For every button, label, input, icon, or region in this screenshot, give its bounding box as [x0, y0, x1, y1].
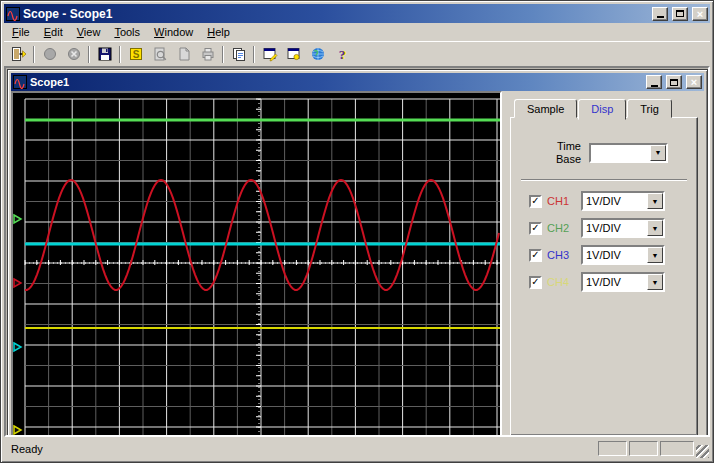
- menu-tools[interactable]: Tools: [107, 24, 147, 40]
- status-pane: [629, 441, 658, 456]
- scope-display[interactable]: [11, 91, 502, 437]
- chevron-down-icon[interactable]: ▼: [647, 220, 663, 236]
- ch4-checkbox[interactable]: ✓: [529, 276, 542, 289]
- properties-button[interactable]: [258, 44, 281, 65]
- minimize-icon: [657, 16, 664, 18]
- channel-label-1: CH1: [547, 195, 575, 207]
- time-base-combobox[interactable]: ▼: [589, 143, 668, 163]
- ch3-scale-combobox[interactable]: 1V/DIV ▼: [581, 245, 665, 265]
- channel-label-4: CH4: [547, 276, 575, 288]
- save-button[interactable]: [93, 44, 116, 65]
- print-preview-button-disabled: [148, 44, 171, 65]
- ch1-scale-combobox[interactable]: 1V/DIV ▼: [581, 191, 665, 211]
- page-icon: [176, 46, 192, 62]
- tab-sample[interactable]: Sample: [514, 99, 577, 118]
- ch1-scale-value: 1V/DIV: [583, 193, 647, 209]
- channel-row-1: ✓ CH1 1V/DIV ▼: [529, 191, 687, 211]
- ch2-checkbox[interactable]: ✓: [529, 222, 542, 235]
- resize-grip[interactable]: [696, 445, 709, 458]
- chevron-down-icon[interactable]: ▼: [647, 193, 663, 209]
- chevron-down-icon[interactable]: ▼: [647, 274, 663, 290]
- toolbar-separator: [88, 46, 90, 63]
- toolbar-separator: [222, 46, 224, 63]
- maximize-icon: [676, 10, 684, 17]
- main-window: Scope - Scope1 × File Edit View Tools Wi…: [0, 0, 714, 463]
- main-titlebar: Scope - Scope1 ×: [4, 4, 710, 23]
- menu-file[interactable]: File: [5, 24, 37, 40]
- maximize-button[interactable]: [672, 7, 688, 21]
- channel-label-3: CH3: [547, 249, 575, 261]
- scope-canvas: [13, 93, 500, 437]
- scope-app-icon: [6, 7, 20, 21]
- scope-settings-button[interactable]: S: [124, 44, 147, 65]
- ch2-scale-value: 1V/DIV: [583, 220, 647, 236]
- menu-window[interactable]: Window: [147, 24, 200, 40]
- channel-row-3: ✓ CH3 1V/DIV ▼: [529, 245, 687, 265]
- chevron-down-icon[interactable]: ▼: [650, 145, 666, 161]
- print-preview-icon: [152, 46, 168, 62]
- close-button[interactable]: ×: [692, 7, 708, 21]
- minimize-icon: [651, 85, 658, 87]
- channel-label-2: CH2: [547, 222, 575, 234]
- svg-text:S: S: [132, 49, 139, 60]
- record-icon: [42, 46, 58, 62]
- toolbar: S: [4, 41, 710, 66]
- exit-button[interactable]: [7, 44, 30, 65]
- child-minimize-button[interactable]: [646, 75, 662, 89]
- options-button[interactable]: [282, 44, 305, 65]
- stop-icon: [66, 46, 82, 62]
- ch4-scale-combobox[interactable]: 1V/DIV ▼: [581, 272, 665, 292]
- close-icon: ×: [697, 9, 703, 19]
- context-help-button[interactable]: ? ?: [330, 44, 353, 65]
- child-titlebar: Scope1 ×: [11, 73, 704, 91]
- close-icon: ×: [691, 77, 697, 87]
- tab-trig[interactable]: Trig: [627, 99, 672, 118]
- status-pane: [660, 441, 694, 456]
- save-icon: [97, 46, 113, 62]
- status-text: Ready: [6, 442, 596, 456]
- window-title: Scope - Scope1: [23, 7, 648, 21]
- context-help-icon: ? ?: [334, 46, 350, 62]
- menu-view[interactable]: View: [70, 24, 108, 40]
- disp-tab-body: Time Base ▼ ✓ CH1 1V/DIV: [510, 117, 698, 436]
- print-button-disabled: [196, 44, 219, 65]
- toolbar-separator: [119, 46, 121, 63]
- menu-help[interactable]: Help: [200, 24, 237, 40]
- menu-edit[interactable]: Edit: [37, 24, 70, 40]
- tab-disp[interactable]: Disp: [578, 99, 626, 120]
- page-button-disabled: [172, 44, 195, 65]
- control-panel: Sample Disp Trig Time Base ▼: [502, 91, 704, 436]
- web-help-icon: [310, 46, 326, 62]
- scope-s-icon: S: [128, 46, 144, 62]
- child-window-title: Scope1: [30, 76, 642, 88]
- child-close-button[interactable]: ×: [686, 75, 702, 89]
- time-base-label: Time Base: [543, 140, 581, 165]
- stop-button-disabled: [62, 44, 85, 65]
- exit-icon: [11, 46, 27, 62]
- ch2-scale-combobox[interactable]: 1V/DIV ▼: [581, 218, 665, 238]
- menubar: File Edit View Tools Window Help: [4, 23, 710, 41]
- ch3-checkbox[interactable]: ✓: [529, 249, 542, 262]
- ch1-checkbox[interactable]: ✓: [529, 195, 542, 208]
- properties-icon: [262, 46, 278, 62]
- web-help-button[interactable]: [306, 44, 329, 65]
- scope-document-icon: [13, 75, 27, 89]
- print-icon: [200, 46, 216, 62]
- separator: [521, 179, 687, 181]
- time-base-value: [591, 145, 650, 161]
- tab-strip: Sample Disp Trig: [510, 99, 698, 118]
- child-body: Sample Disp Trig Time Base ▼: [11, 91, 704, 437]
- copy-button[interactable]: [227, 44, 250, 65]
- scope1-child-window: Scope1 × Sample Disp Trig: [7, 69, 708, 437]
- chevron-down-icon[interactable]: ▼: [647, 247, 663, 263]
- toolbar-separator: [33, 46, 35, 63]
- minimize-button[interactable]: [652, 7, 668, 21]
- channel-row-2: ✓ CH2 1V/DIV ▼: [529, 218, 687, 238]
- child-restore-button[interactable]: [666, 75, 682, 89]
- status-bar: Ready: [4, 437, 710, 459]
- time-base-row: Time Base ▼: [543, 140, 687, 165]
- restore-icon: [670, 79, 678, 86]
- ch3-scale-value: 1V/DIV: [583, 247, 647, 263]
- toolbar-separator: [253, 46, 255, 63]
- copy-icon: [231, 46, 247, 62]
